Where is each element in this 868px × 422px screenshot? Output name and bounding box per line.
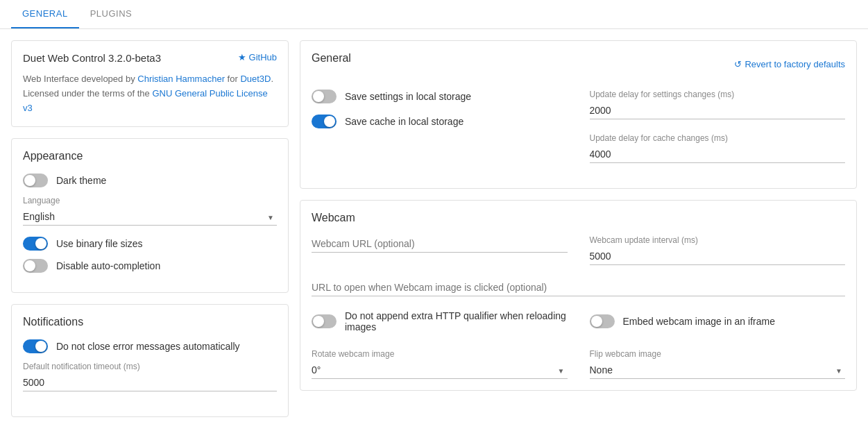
- update-cache-input[interactable]: [590, 146, 846, 163]
- general-left-col: Save settings in local storage Save cach…: [312, 90, 568, 177]
- no-http-track: [312, 314, 337, 328]
- save-cache-toggle[interactable]: [312, 115, 337, 128]
- tab-plugins[interactable]: PLUGINS: [79, 0, 144, 28]
- flip-label: Flip webcam image: [590, 349, 846, 359]
- timeout-label: Default notification timeout (ms): [23, 362, 277, 371]
- webcam-url-grid: Webcam update interval (ms): [312, 235, 845, 279]
- language-row: Language English German French Spanish: [23, 196, 277, 226]
- notifications-card: Notifications Do not close error message…: [11, 304, 289, 417]
- right-panel: General ↺ Revert to factory defaults Sav…: [300, 40, 857, 417]
- rotate-select-wrapper: 0° 90° 180° 270°: [312, 362, 568, 379]
- dark-theme-toggle[interactable]: [23, 174, 48, 187]
- save-settings-track: [312, 90, 337, 103]
- rotate-label: Rotate webcam image: [312, 349, 568, 359]
- autocomplete-label: Disable auto-completion: [56, 260, 160, 271]
- app-info-card: Duet Web Control 3.2.0-beta3 ★ GitHub We…: [11, 40, 289, 127]
- desc-prefix: Web Interface developed by: [23, 74, 137, 84]
- save-settings-label: Save settings in local storage: [345, 91, 471, 102]
- language-label: Language: [23, 196, 277, 205]
- revert-icon: ↺: [734, 59, 742, 69]
- star-icon: ★: [238, 52, 246, 62]
- flip-select-wrapper: None Horizontally Vertically Both: [590, 362, 846, 379]
- desc-suffix: .: [271, 74, 273, 84]
- webcam-url-col: [312, 235, 568, 279]
- no-close-label: Do not close error messages automaticall…: [56, 341, 240, 352]
- notifications-title: Notifications: [23, 316, 277, 328]
- autocomplete-track: [23, 259, 48, 273]
- no-http-thumb: [313, 316, 324, 327]
- github-link[interactable]: ★ GitHub: [238, 52, 277, 62]
- binary-sizes-label: Use binary file sizes: [56, 238, 143, 249]
- no-close-thumb: [35, 341, 46, 352]
- webcam-interval-col: Webcam update interval (ms): [590, 235, 846, 279]
- click-url-input[interactable]: [312, 279, 845, 296]
- no-close-track: [23, 339, 48, 353]
- save-cache-thumb: [324, 116, 335, 127]
- save-cache-track: [312, 115, 337, 128]
- rotate-col: Rotate webcam image 0° 90° 180° 270°: [312, 349, 568, 379]
- project-link[interactable]: Duet3D: [240, 74, 271, 84]
- appearance-title: Appearance: [23, 150, 277, 162]
- no-http-label: Do not append extra HTTP qualifier when …: [345, 310, 568, 332]
- update-cache-label: Update delay for cache changes (ms): [590, 133, 846, 143]
- general-right-col: Update delay for settings changes (ms) U…: [590, 90, 846, 177]
- timeout-group: Default notification timeout (ms): [23, 362, 277, 391]
- no-http-toggle[interactable]: [312, 314, 337, 328]
- left-panel: Duet Web Control 3.2.0-beta3 ★ GitHub We…: [11, 40, 289, 417]
- webcam-url-group: [312, 235, 568, 253]
- update-settings-group: Update delay for settings changes (ms): [590, 90, 846, 119]
- flip-col: Flip webcam image None Horizontally Vert…: [590, 349, 846, 379]
- no-http-row: Do not append extra HTTP qualifier when …: [312, 310, 568, 332]
- embed-iframe-track: [590, 314, 615, 328]
- embed-iframe-thumb: [591, 316, 602, 327]
- dark-theme-track: [23, 174, 48, 187]
- general-card: General ↺ Revert to factory defaults Sav…: [300, 40, 857, 189]
- embed-iframe-label: Embed webcam image in an iframe: [623, 316, 775, 327]
- save-settings-toggle[interactable]: [312, 90, 337, 103]
- update-settings-input[interactable]: [590, 102, 846, 119]
- save-settings-row: Save settings in local storage: [312, 90, 568, 103]
- binary-sizes-toggle[interactable]: [23, 237, 48, 251]
- webcam-options-grid: Do not append extra HTTP qualifier when …: [312, 310, 845, 341]
- dark-theme-label: Dark theme: [56, 175, 106, 186]
- save-cache-label: Save cache in local storage: [345, 116, 463, 127]
- autocomplete-thumb: [24, 260, 35, 271]
- no-close-toggle[interactable]: [23, 339, 48, 353]
- binary-sizes-thumb: [35, 238, 46, 249]
- tabs-bar: GENERAL PLUGINS: [0, 0, 868, 29]
- webcam-card: Webcam Webcam update interval (ms): [300, 200, 857, 391]
- binary-sizes-row: Use binary file sizes: [23, 237, 277, 251]
- binary-sizes-track: [23, 237, 48, 251]
- author-link[interactable]: Christian Hammacher: [137, 74, 225, 84]
- autocomplete-toggle[interactable]: [23, 259, 48, 273]
- revert-link[interactable]: ↺ Revert to factory defaults: [734, 59, 845, 69]
- no-close-row: Do not close error messages automaticall…: [23, 339, 277, 353]
- language-select[interactable]: English German French Spanish: [23, 208, 277, 226]
- general-header: General ↺ Revert to factory defaults: [312, 52, 845, 76]
- rotate-select[interactable]: 0° 90° 180° 270°: [312, 362, 568, 379]
- timeout-input[interactable]: [23, 374, 277, 391]
- dark-theme-row: Dark theme: [23, 174, 277, 187]
- webcam-title: Webcam: [312, 212, 845, 224]
- update-cache-group: Update delay for cache changes (ms): [590, 133, 846, 163]
- tab-general[interactable]: GENERAL: [11, 0, 79, 28]
- autocomplete-row: Disable auto-completion: [23, 259, 277, 273]
- desc-mid: for: [225, 74, 240, 84]
- click-url-group: [312, 279, 845, 296]
- webcam-interval-input[interactable]: [590, 248, 846, 265]
- main-content: Duet Web Control 3.2.0-beta3 ★ GitHub We…: [0, 29, 868, 422]
- github-label[interactable]: GitHub: [249, 52, 277, 62]
- save-settings-thumb: [313, 91, 324, 102]
- revert-label: Revert to factory defaults: [744, 59, 845, 69]
- app-name: Duet Web Control 3.2.0-beta3: [23, 52, 161, 64]
- webcam-url-input[interactable]: [312, 235, 568, 253]
- app-info-header: Duet Web Control 3.2.0-beta3 ★ GitHub: [23, 52, 277, 64]
- appearance-card: Appearance Dark theme Language English G…: [11, 138, 289, 293]
- general-settings-grid: Save settings in local storage Save cach…: [312, 90, 845, 177]
- dark-theme-thumb: [24, 175, 35, 186]
- general-title: General: [312, 52, 351, 65]
- flip-select[interactable]: None Horizontally Vertically Both: [590, 362, 846, 379]
- webcam-flip-grid: Rotate webcam image 0° 90° 180° 270° Fli…: [312, 349, 845, 379]
- webcam-interval-label: Webcam update interval (ms): [590, 235, 846, 245]
- embed-iframe-toggle[interactable]: [590, 314, 615, 328]
